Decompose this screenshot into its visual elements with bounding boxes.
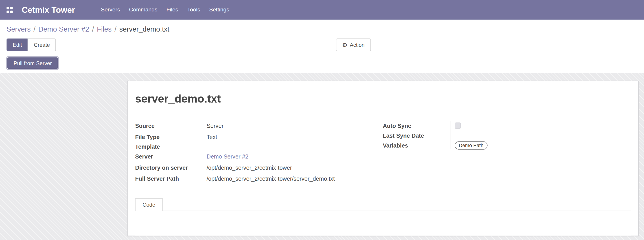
field-row-variables: Variables Demo Path <box>383 140 631 151</box>
tab-code-content <box>135 211 631 236</box>
screen: Cetmix Tower Servers Commands Files Tool… <box>0 0 644 240</box>
field-column-left: Source Server File Type Text Template Se… <box>135 120 383 184</box>
field-label-variables: Variables <box>383 142 454 148</box>
field-label-full-path: Full Server Path <box>135 175 206 182</box>
edit-create-button-group: Edit Create <box>6 38 56 51</box>
breadcrumb-separator: / <box>34 25 36 33</box>
control-panel: Servers/Demo Server #2/Files/server_demo… <box>0 20 644 73</box>
field-value-server-link[interactable]: Demo Server #2 <box>207 153 248 160</box>
apps-grid-icon[interactable] <box>6 7 12 13</box>
field-value-file-type: Text <box>207 133 217 140</box>
field-label-source: Source <box>135 122 206 129</box>
form-view-background: server_demo.txt Source Server File Type … <box>0 73 644 240</box>
field-value-directory: /opt/demo_server_2/cetmix-tower <box>207 164 292 171</box>
tab-code[interactable]: Code <box>135 198 163 211</box>
action-button-label: Action <box>350 42 365 48</box>
pull-from-server-button[interactable]: Pull from Server <box>8 57 58 69</box>
auto-sync-checkbox[interactable] <box>454 122 461 128</box>
breadcrumb-link-demo-server[interactable]: Demo Server #2 <box>38 25 89 33</box>
create-button[interactable]: Create <box>28 38 56 51</box>
gear-icon: ⚙ <box>342 42 347 48</box>
form-sheet: server_demo.txt Source Server File Type … <box>127 81 638 236</box>
field-row-source: Source Server <box>135 120 383 131</box>
nav-menu-settings[interactable]: Settings <box>205 0 234 20</box>
field-label-file-type: File Type <box>135 133 206 140</box>
field-label-last-sync-date: Last Sync Date <box>383 132 454 138</box>
nav-menu-tools[interactable]: Tools <box>183 0 205 20</box>
breadcrumb-separator: / <box>114 25 116 33</box>
field-divider <box>450 121 451 149</box>
notebook-tab-header: Code <box>135 198 631 211</box>
field-label-server: Server <box>135 153 206 160</box>
field-label-auto-sync: Auto Sync <box>383 122 454 129</box>
field-row-file-type: File Type Text <box>135 131 383 142</box>
field-row-directory: Directory on server /opt/demo_server_2/c… <box>135 162 383 173</box>
control-panel-buttons: Edit Create ⚙ Action <box>6 38 637 51</box>
field-label-template: Template <box>135 143 206 150</box>
top-navbar: Cetmix Tower Servers Commands Files Tool… <box>0 0 644 20</box>
record-title: server_demo.txt <box>135 93 631 106</box>
notebook: Code <box>135 198 631 236</box>
nav-menu-commands[interactable]: Commands <box>124 0 162 20</box>
field-value-source: Server <box>207 122 224 129</box>
breadcrumb-link-servers[interactable]: Servers <box>6 25 30 33</box>
action-button[interactable]: ⚙ Action <box>336 38 371 51</box>
brand-title[interactable]: Cetmix Tower <box>22 5 75 14</box>
nav-menu-servers[interactable]: Servers <box>96 0 124 20</box>
breadcrumb-current: server_demo.txt <box>120 25 170 33</box>
nav-menu-files[interactable]: Files <box>162 0 183 20</box>
breadcrumb-link-files[interactable]: Files <box>97 25 112 33</box>
edit-button[interactable]: Edit <box>6 38 28 51</box>
field-value-full-path: /opt/demo_server_2/cetmix-tower/server_d… <box>207 175 335 182</box>
field-column-right: Auto Sync Last Sync Date Variables Demo … <box>383 120 631 184</box>
field-row-template: Template <box>135 142 383 151</box>
field-row-last-sync-date: Last Sync Date <box>383 131 631 140</box>
field-label-directory: Directory on server <box>135 164 206 171</box>
field-grid: Source Server File Type Text Template Se… <box>135 120 631 184</box>
field-row-server: Server Demo Server #2 <box>135 151 383 162</box>
field-row-full-path: Full Server Path /opt/demo_server_2/cetm… <box>135 173 383 184</box>
breadcrumb: Servers/Demo Server #2/Files/server_demo… <box>6 25 637 34</box>
variable-tag-demo-path: Demo Path <box>454 141 488 149</box>
field-row-auto-sync: Auto Sync <box>383 120 631 131</box>
object-buttons-row: Pull from Server <box>6 57 637 70</box>
breadcrumb-separator: / <box>92 25 94 33</box>
main-menu: Servers Commands Files Tools Settings <box>96 0 234 20</box>
